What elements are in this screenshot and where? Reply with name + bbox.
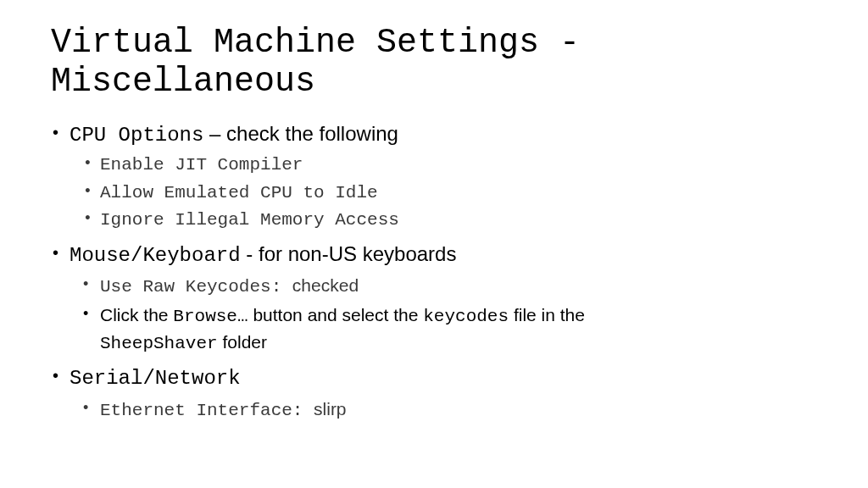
keycodes-file: keycodes (423, 307, 509, 326)
ethernet-label: Ethernet Interface: (100, 401, 314, 420)
raw-keycodes-value: checked (292, 275, 359, 295)
browse-mid2: file in the (509, 305, 585, 324)
page-title: Virtual Machine Settings - Miscellaneous (51, 24, 817, 102)
cpu-heading-mono: CPU Options (70, 124, 203, 147)
serial-heading-mono: Serial/Network (70, 367, 241, 390)
mousekb-heading-mono: Mouse/Keyboard (70, 244, 241, 267)
cpu-heading-rest: – check the following (203, 122, 398, 145)
sheepshaver-folder: SheepShaver (100, 334, 218, 353)
cpu-item-ignore: Ignore Illegal Memory Access (100, 208, 817, 233)
ethernet-value: slirp (314, 399, 347, 419)
raw-keycodes-label: Use Raw Keycodes: (100, 277, 292, 297)
mousekb-heading-rest: - for non-US keyboards (241, 242, 457, 265)
section-serial-network: Serial/Network Ethernet Interface: slirp (70, 363, 817, 424)
mousekb-raw: Use Raw Keycodes: checked (100, 273, 817, 300)
section-mouse-keyboard: Mouse/Keyboard - for non-US keyboards Us… (70, 241, 817, 358)
browse-mid: button and select the (248, 305, 424, 324)
serial-ethernet: Ethernet Interface: slirp (100, 396, 817, 424)
cpu-item-idle: Allow Emulated CPU to Idle (100, 180, 817, 206)
section-cpu: CPU Options – check the following Enable… (70, 120, 817, 234)
cpu-item-jit: Enable JIT Compiler (100, 152, 817, 178)
mousekb-browse: Click the Browse… button and select the … (100, 302, 817, 358)
browse-post: folder (218, 332, 267, 352)
browse-pre: Click the (100, 305, 173, 324)
browse-button-label: Browse… (173, 307, 248, 326)
